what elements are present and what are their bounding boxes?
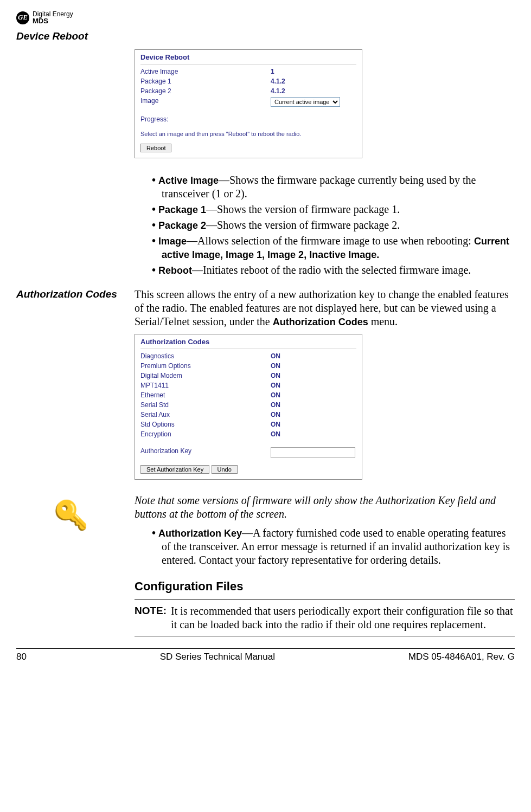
note-label: NOTE:: [135, 604, 167, 631]
auth-feature-value: ON: [271, 352, 280, 360]
p1-pkg2-lbl: Package 2: [140, 87, 271, 95]
footer-center: SD Series Technical Manual: [160, 651, 275, 662]
auth-feature-row: MPT1411ON: [140, 382, 356, 390]
auth-feature-value: ON: [271, 430, 280, 439]
auth-feature-value: ON: [271, 372, 280, 380]
section-device-reboot-heading: Device Reboot: [16, 30, 125, 43]
note-block: NOTE: It is recommended that users perio…: [135, 600, 515, 636]
p1-image-lbl: Image: [140, 97, 271, 107]
note-text: It is recommended that users periodicall…: [171, 604, 515, 631]
auth-intro-paragraph: This screen allows the entry of a new au…: [135, 288, 515, 328]
auth-feature-value: ON: [271, 391, 280, 399]
auth-feature-label: Digital Modem: [140, 372, 271, 380]
auth-feature-row: Digital ModemON: [140, 372, 356, 380]
auth-feature-label: Ethernet: [140, 391, 271, 399]
auth-feature-row: Premium OptionsON: [140, 362, 356, 370]
p1-pkg1-lbl: Package 1: [140, 78, 271, 86]
device-reboot-panel: Device Reboot Active Image1 Package 14.1…: [135, 49, 362, 158]
auth-feature-label: MPT1411: [140, 382, 271, 390]
p1-pkg2-val: 4.1.2: [271, 87, 285, 95]
auth-feature-row: EthernetON: [140, 391, 356, 399]
auth-feature-label: Serial Aux: [140, 411, 271, 419]
bullet-image: Image—Allows selection of the firmware i…: [152, 234, 515, 261]
auth-feature-value: ON: [271, 411, 280, 419]
device-reboot-bullets: Active Image—Shows the firmware package …: [135, 173, 515, 277]
auth-feature-label: Diagnostics: [140, 352, 271, 360]
p1-active-image-val: 1: [271, 68, 274, 76]
auth-key-input[interactable]: [271, 447, 355, 458]
image-select[interactable]: Current active image: [271, 97, 340, 107]
logo-block: GE Digital Energy MDS: [16, 11, 515, 24]
p2-authkey-lbl: Authorization Key: [140, 447, 271, 458]
auth-feature-row: Serial StdON: [140, 401, 356, 409]
page-footer: 80 SD Series Technical Manual MDS 05-484…: [16, 648, 515, 662]
auth-feature-row: Serial AuxON: [140, 411, 356, 419]
auth-feature-label: Premium Options: [140, 362, 271, 370]
p1-instruction: Select an image and then press "Reboot" …: [140, 131, 356, 138]
auth-note-italic: Note that some versions of firmware will…: [135, 494, 515, 521]
auth-feature-row: EncryptionON: [140, 430, 356, 439]
bullet-auth-key: Authorization Key—A factory furnished co…: [152, 526, 515, 567]
section-auth-codes-heading: Authorization Codes: [16, 288, 125, 332]
footer-right: MDS 05-4846A01, Rev. G: [408, 651, 515, 662]
undo-button[interactable]: Undo: [212, 465, 238, 474]
footer-page-number: 80: [16, 651, 27, 662]
auth-codes-panel: Authorization Codes DiagnosticsONPremium…: [135, 334, 362, 480]
auth-feature-value: ON: [271, 421, 280, 429]
auth-feature-row: DiagnosticsON: [140, 352, 356, 360]
logo-text: Digital Energy MDS: [33, 11, 73, 24]
set-auth-key-button[interactable]: Set Authorization Key: [140, 465, 209, 474]
auth-feature-row: Std OptionsON: [140, 421, 356, 429]
logo-line2: MDS: [33, 17, 73, 24]
bullet-package1: Package 1—Shows the version of firmware …: [152, 203, 515, 216]
bullet-reboot: Reboot—Initiates reboot of the radio wit…: [152, 263, 515, 277]
p1-pkg1-val: 4.1.2: [271, 78, 285, 86]
auth-feature-label: Std Options: [140, 421, 271, 429]
section-config-files-heading: Configuration Files: [135, 579, 515, 594]
ge-logo-icon: GE: [16, 11, 29, 24]
auth-feature-label: Encryption: [140, 430, 271, 439]
panel2-title: Authorization Codes: [140, 338, 356, 349]
reboot-button[interactable]: Reboot: [140, 144, 171, 152]
panel1-title: Device Reboot: [140, 53, 356, 65]
auth-feature-value: ON: [271, 362, 280, 370]
bullet-package2: Package 2—Shows the version of firmware …: [152, 218, 515, 232]
auth-feature-value: ON: [271, 401, 280, 409]
auth-feature-label: Serial Std: [140, 401, 271, 409]
auth-feature-value: ON: [271, 382, 280, 390]
auth-bullets: Authorization Key—A factory furnished co…: [135, 526, 515, 567]
p1-progress-lbl: Progress:: [140, 115, 271, 124]
p1-active-image-lbl: Active Image: [140, 68, 271, 76]
bullet-active-image: Active Image—Shows the firmware package …: [152, 173, 515, 201]
key-icon: 🔑: [53, 501, 88, 530]
